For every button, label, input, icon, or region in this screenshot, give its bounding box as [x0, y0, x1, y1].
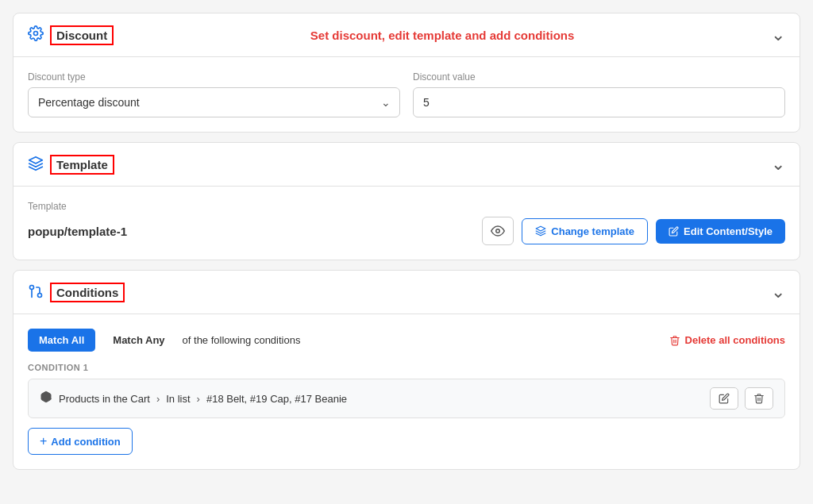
discount-type-select[interactable]: Percentage discount Fixed amount discoun… — [28, 87, 400, 117]
add-condition-plus-icon: + — [40, 434, 47, 448]
svg-marker-3 — [536, 226, 545, 231]
conditions-header: Conditions ⌄ — [13, 271, 800, 314]
match-all-button[interactable]: Match All — [28, 329, 95, 352]
condition-edit-button[interactable] — [710, 387, 738, 410]
condition-1-actions — [710, 387, 773, 410]
edit-content-style-button[interactable]: Edit Content/Style — [656, 219, 785, 244]
condition-item-type: Products in the Cart — [59, 393, 150, 405]
condition-value: #18 Belt, #19 Cap, #17 Beanie — [206, 393, 347, 405]
discount-value-label: Discount value — [413, 71, 785, 83]
discount-type-group: Discount type Percentage discount Fixed … — [28, 71, 400, 117]
discount-gear-icon — [28, 25, 44, 45]
template-body: Template popup/template-1 Change templat… — [13, 187, 800, 260]
edit-pen-icon — [669, 226, 679, 237]
discount-header-left: Discount — [28, 25, 114, 45]
condition-1-label: CONDITION 1 — [28, 363, 785, 372]
change-template-button[interactable]: Change template — [522, 218, 648, 244]
condition-edit-icon — [719, 393, 730, 404]
template-actions: Change template Edit Content/Style — [482, 217, 785, 245]
condition-box-icon — [40, 391, 52, 406]
discount-value-input[interactable] — [413, 87, 785, 117]
template-preview-button[interactable] — [482, 217, 514, 245]
discount-header-message: Set discount, edit template and add cond… — [114, 29, 771, 42]
add-condition-button[interactable]: + Add condition — [28, 428, 133, 455]
change-template-layers-icon — [535, 225, 546, 237]
template-chevron-icon[interactable]: ⌄ — [771, 154, 785, 175]
condition-operator: In list — [166, 393, 190, 405]
eye-icon — [491, 224, 505, 238]
svg-point-0 — [34, 31, 38, 35]
delete-trash-icon — [669, 335, 680, 346]
conditions-title: Conditions — [50, 283, 125, 302]
template-field-label: Template — [28, 201, 785, 212]
template-name-value: popup/template-1 — [28, 225, 127, 238]
add-condition-label: Add condition — [51, 436, 120, 448]
condition-1-content: Products in the Cart › In list › #18 Bel… — [40, 391, 347, 406]
conditions-flow-icon — [28, 283, 44, 302]
change-template-label: Change template — [551, 225, 634, 237]
conditions-controls: Match All Match Any of the following con… — [28, 329, 785, 352]
template-row: popup/template-1 Change template Edit Co… — [28, 217, 785, 245]
discount-card: Discount Set discount, edit template and… — [13, 13, 800, 133]
condition-separator-2: › — [197, 393, 200, 405]
discount-chevron-icon[interactable]: ⌄ — [771, 25, 785, 45]
conditions-card: Conditions ⌄ Match All Match Any of the … — [13, 270, 800, 470]
svg-point-2 — [496, 229, 500, 233]
template-card: Template ⌄ Template popup/template-1 Cha… — [13, 142, 800, 260]
discount-type-label: Discount type — [28, 71, 400, 83]
conditions-of-text: of the following conditions — [183, 334, 301, 346]
template-header: Template ⌄ — [13, 143, 800, 187]
template-layers-icon — [28, 156, 44, 174]
conditions-chevron-icon[interactable]: ⌄ — [771, 282, 785, 302]
conditions-match-buttons: Match All Match Any of the following con… — [28, 329, 300, 352]
condition-separator-1: › — [156, 393, 160, 405]
conditions-body: Match All Match Any of the following con… — [13, 314, 800, 469]
delete-all-label: Delete all conditions — [685, 334, 785, 346]
discount-value-group: Discount value — [413, 71, 785, 117]
discount-body: Discount type Percentage discount Fixed … — [13, 57, 800, 132]
template-title: Template — [50, 155, 114, 175]
template-header-left: Template — [28, 155, 114, 175]
discount-form-row: Discount type Percentage discount Fixed … — [28, 71, 785, 117]
discount-header: Discount Set discount, edit template and… — [13, 13, 800, 57]
condition-trash-icon — [753, 393, 765, 404]
discount-title: Discount — [50, 25, 114, 45]
conditions-header-left: Conditions — [28, 283, 125, 302]
condition-delete-button[interactable] — [745, 387, 773, 410]
delete-all-conditions-button[interactable]: Delete all conditions — [669, 334, 785, 346]
svg-marker-1 — [29, 156, 43, 163]
edit-content-style-label: Edit Content/Style — [684, 225, 773, 237]
condition-1-row: Products in the Cart › In list › #18 Bel… — [28, 379, 785, 418]
match-any-button[interactable]: Match Any — [102, 329, 175, 352]
discount-type-select-wrapper: Percentage discount Fixed amount discoun… — [28, 87, 400, 117]
